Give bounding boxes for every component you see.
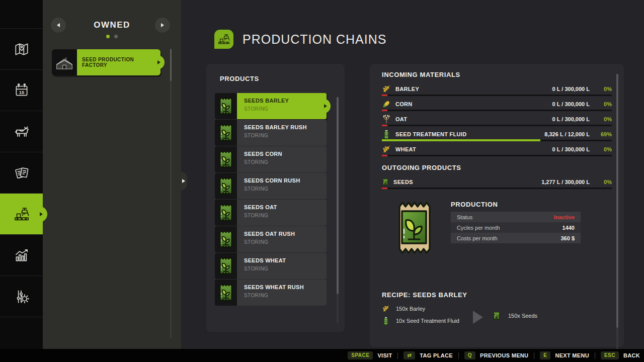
page-title: PRODUCTION CHAINS	[243, 32, 386, 47]
arrows-key-icon: ⇄	[404, 351, 415, 359]
seed-packet-icon	[215, 226, 237, 252]
product-item-seeds-oat[interactable]: SEEDS OATSTORING	[215, 200, 327, 226]
recipe-input-label: 10x Seed Treatment Fluid	[396, 318, 459, 324]
owned-factory-item[interactable]: SEED PRODUCTION FACTORY	[52, 49, 160, 75]
production-details-panel: INCOMING MATERIALS BARLEY 0 L / 300,000 …	[370, 64, 624, 347]
separator	[534, 352, 534, 359]
selected-item-bump	[323, 99, 331, 114]
product-name: SEEDS BARLEY	[244, 98, 323, 104]
production-icon	[12, 205, 31, 224]
product-status: STORING	[244, 159, 323, 165]
right-arrow-icon	[182, 179, 185, 183]
product-name: SEEDS WHEAT	[244, 257, 323, 263]
material-amount: 0 L / 300,000 L	[552, 116, 590, 122]
product-name: SEEDS CORN	[244, 151, 323, 157]
sidebar-item-map[interactable]	[0, 28, 43, 69]
product-item-seeds-corn-rush[interactable]: SEEDS CORN RUSHSTORING	[215, 173, 327, 199]
keybind-back[interactable]: ESC BACK	[601, 351, 640, 359]
material-amount: 0 L / 300,000 L	[552, 101, 590, 107]
product-item-seeds-wheat-rush[interactable]: SEEDS WHEAT RUSHSTORING	[215, 280, 327, 306]
product-status: STORING	[244, 239, 323, 245]
production-title: PRODUCTION	[451, 201, 498, 208]
material-amount: 8,326 L / 12,000 L	[544, 131, 590, 137]
fill-level-bar	[382, 95, 612, 96]
material-name: SEED TREATMENT FLUID	[395, 131, 466, 137]
incoming-materials-title: INCOMING MATERIALS	[382, 71, 612, 78]
product-name: SEEDS CORN RUSH	[244, 177, 323, 184]
scrollbar-thumb[interactable]	[170, 49, 172, 81]
sidebar-item-calendar[interactable]	[0, 69, 43, 111]
calendar-icon	[13, 82, 30, 99]
material-percent: 0%	[590, 101, 612, 107]
back-label: BACK	[623, 352, 640, 358]
details-scrollbar[interactable]	[616, 74, 618, 362]
sidebar-item-contracts[interactable]	[0, 152, 43, 193]
cycles-value: 1440	[562, 225, 575, 231]
q-key: Q	[464, 351, 475, 359]
owned-scrollbar[interactable]	[170, 49, 172, 338]
sidebar-item-production[interactable]	[0, 193, 43, 234]
material-row-barley: BARLEY 0 L / 300,000 L 0%	[382, 81, 612, 97]
product-item-seeds-oat-rush[interactable]: SEEDS OAT RUSHSTORING	[215, 226, 327, 252]
material-percent: 0%	[590, 116, 612, 122]
product-item-seeds-barley-rush[interactable]: SEEDS BARLEY RUSHSTORING	[215, 120, 327, 146]
keybind-next-menu[interactable]: E NEXT MENU	[540, 351, 589, 359]
keybind-tag-place[interactable]: ⇄ TAG PLACE	[404, 351, 452, 359]
owned-next-page-button[interactable]	[155, 18, 170, 33]
table-row-cycles: Cycles per month 1440	[451, 222, 581, 233]
product-percent: 0%	[590, 179, 612, 185]
fluid-bottle-icon	[382, 130, 391, 139]
owned-panel: OWNED SEED PRODUCTION FACTORY	[43, 0, 181, 349]
material-percent: 0%	[590, 146, 612, 152]
sidebar-item-statistics[interactable]	[0, 234, 43, 276]
recipe-output-seeds: 150x Seeds	[492, 311, 537, 321]
keybind-visit[interactable]: SPACE VISIT	[348, 351, 392, 359]
material-amount: 0 L / 300,000 L	[552, 86, 590, 92]
fluid-bottle-icon	[382, 317, 390, 325]
production-table: Status Inactive Cycles per month 1440 Co…	[451, 212, 581, 243]
products-scrollbar[interactable]	[337, 97, 339, 323]
documents-icon	[13, 164, 31, 182]
production-chains-icon	[214, 30, 233, 49]
product-status: STORING	[244, 186, 323, 192]
main-content: PRODUCTION CHAINS PRODUCTS SEEDS BARLEYS…	[181, 0, 644, 349]
product-item-seeds-corn[interactable]: SEEDS CORNSTORING	[215, 146, 327, 172]
map-icon	[13, 41, 30, 58]
product-name: SEEDS BARLEY RUSH	[244, 124, 323, 130]
right-arrow-icon	[161, 23, 164, 27]
table-row-costs: Costs per month 360 $	[451, 233, 581, 243]
scrollbar-thumb[interactable]	[616, 74, 618, 328]
costs-value: 360 $	[560, 235, 575, 241]
tag-place-label: TAG PLACE	[420, 352, 452, 358]
next-menu-label: NEXT MENU	[555, 352, 589, 358]
separator	[595, 352, 595, 359]
keybind-bar: SPACE VISIT ⇄ TAG PLACE Q PREVIOUS MENU …	[0, 349, 644, 362]
chart-icon	[13, 247, 30, 264]
sidebar-item-settings[interactable]	[0, 276, 43, 317]
material-row-wheat: WHEAT 0 L / 300,000 L 0%	[382, 142, 612, 157]
scrollbar-thumb[interactable]	[337, 97, 339, 294]
status-value: Inactive	[554, 214, 575, 220]
product-item-seeds-wheat[interactable]: SEEDS WHEATSTORING	[215, 253, 327, 279]
products-list: SEEDS BARLEYSTORING SEEDS BARLEY RUSHSTO…	[215, 93, 327, 306]
row-label: Status	[457, 214, 472, 220]
production-chains-screen: OWNED SEED PRODUCTION FACTORY PRODUCTION…	[0, 0, 644, 362]
owned-prev-page-button[interactable]	[51, 18, 66, 33]
product-item-seeds-barley[interactable]: SEEDS BARLEYSTORING	[215, 93, 327, 119]
fill-level-bar	[382, 125, 612, 126]
outgoing-products-title: OUTGOING PRODUCTS	[382, 164, 612, 171]
left-arrow-icon	[57, 23, 60, 27]
fill-level-bar	[382, 140, 612, 141]
product-name: SEEDS OAT	[244, 204, 323, 210]
product-status: STORING	[244, 106, 323, 112]
material-row-seed-treatment-fluid: SEED TREATMENT FLUID 8,326 L / 12,000 L …	[382, 127, 612, 142]
recipe-input-barley: 150x Barley	[382, 305, 425, 313]
seed-packet-icon	[215, 146, 237, 172]
keybind-previous-menu[interactable]: Q PREVIOUS MENU	[464, 351, 528, 359]
page-header: PRODUCTION CHAINS	[214, 30, 386, 49]
owned-item-label: SEED PRODUCTION FACTORY	[82, 57, 153, 68]
recipe-input-fluid: 10x Seed Treatment Fluid	[382, 317, 459, 325]
material-name: CORN	[395, 101, 413, 107]
sidebar-item-animals[interactable]	[0, 111, 43, 152]
recipe-arrow-icon	[473, 311, 483, 324]
